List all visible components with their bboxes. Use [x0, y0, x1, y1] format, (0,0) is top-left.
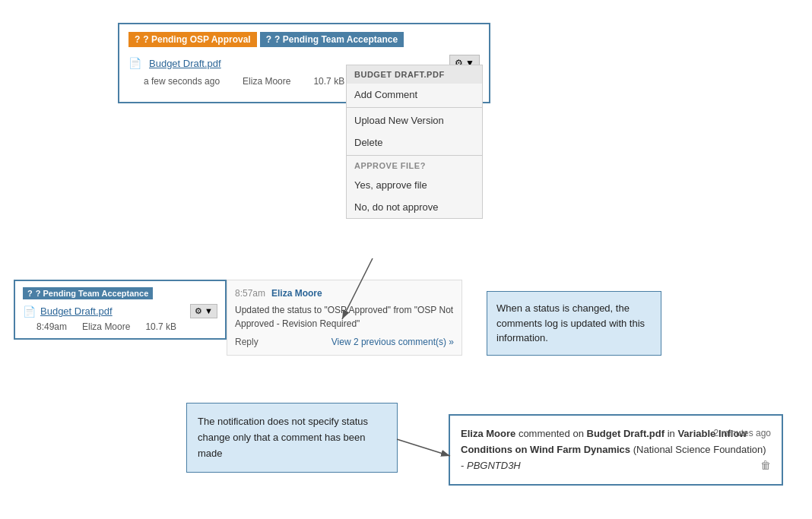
file-pdf-icon: 📄	[128, 57, 141, 69]
notification-verb: commented on	[519, 428, 584, 439]
approve-file-label: APPROVE FILE?	[347, 157, 482, 174]
no-approve-item[interactable]: No, do not approve	[347, 196, 482, 218]
notification-file: Budget Draft.pdf	[587, 428, 665, 439]
comment-reply-button[interactable]: Reply	[235, 337, 259, 347]
bottom-status-badges: ? ? Pending Team Acceptance	[23, 287, 217, 299]
top-file-name[interactable]: Budget Draft.pdf	[149, 58, 221, 69]
status-badges: ? ? Pending OSP Approval ? ? Pending Tea…	[128, 32, 480, 47]
bottom-team-badge-label: ? Pending Team Acceptance	[36, 289, 149, 298]
bottom-file-meta: 8:49am Eliza Moore 10.7 kB	[36, 321, 217, 332]
bottom-gear-button[interactable]: ⚙ ▼	[190, 304, 217, 318]
bottom-file-time: 8:49am	[36, 321, 67, 332]
comment-actions: Reply View 2 previous comment(s) »	[235, 337, 454, 347]
notification-author: Eliza Moore	[461, 428, 515, 439]
bottom-team-badge: ? ? Pending Team Acceptance	[23, 287, 153, 299]
top-file-author: Eliza Moore	[243, 76, 290, 87]
notification-preposition: in	[668, 428, 678, 439]
delete-item[interactable]: Delete	[347, 131, 482, 153]
bottom-file-author: Eliza Moore	[82, 321, 130, 332]
comment-author: Eliza Moore	[271, 288, 322, 299]
bottom-file-row: 📄 Budget Draft.pdf ⚙ ▼	[23, 304, 217, 318]
gear-dropdown-menu: BUDGET DRAFT.PDF Add Comment Upload New …	[346, 65, 483, 219]
bottom-file-size: 10.7 kB	[145, 321, 176, 332]
team-badge-label: ? Pending Team Acceptance	[274, 34, 398, 45]
yes-approve-item[interactable]: Yes, approve file	[347, 174, 482, 196]
top-file-time: a few seconds ago	[144, 76, 220, 87]
notification-box: 2 minutes ago Eliza Moore commented on B…	[449, 414, 783, 486]
info-box-text: When a status is changed, the comments l…	[496, 302, 645, 343]
callout-box-text: The notification does not specify status…	[198, 416, 368, 459]
comment-panel: 8:57am Eliza Moore Updated the status to…	[227, 280, 462, 356]
osp-badge-label: ? Pending OSP Approval	[143, 34, 250, 45]
status-change-info-box: When a status is changed, the comments l…	[487, 291, 661, 356]
comment-view-prev-button[interactable]: View 2 previous comment(s) »	[331, 337, 454, 347]
dropdown-divider-2	[347, 155, 482, 156]
svg-line-2	[397, 439, 450, 456]
notification-delete-button[interactable]: 🗑	[760, 457, 771, 473]
bottom-file-icon: 📄	[23, 305, 36, 318]
question-icon-2: ?	[266, 34, 271, 45]
comment-time: 8:57am	[235, 288, 265, 299]
question-icon: ?	[135, 34, 140, 45]
question-icon-3: ?	[27, 289, 33, 298]
comment-body: Updated the status to "OSP Approved" fro…	[235, 303, 454, 331]
notification-time: 2 minutes ago	[714, 426, 771, 441]
upload-new-version-item[interactable]: Upload New Version	[347, 109, 482, 131]
top-file-size: 10.7 kB	[313, 76, 344, 87]
bottom-left-panel: ? ? Pending Team Acceptance 📄 Budget Dra…	[14, 280, 227, 340]
add-comment-item[interactable]: Add Comment	[347, 84, 482, 106]
team-acceptance-badge: ? ? Pending Team Acceptance	[260, 32, 404, 47]
osp-approval-badge: ? ? Pending OSP Approval	[128, 32, 257, 47]
notification-code: PBGNTD3H	[467, 460, 521, 471]
notification-callout-box: The notification does not specify status…	[186, 403, 398, 473]
dropdown-divider-1	[347, 107, 482, 108]
comment-header: 8:57am Eliza Moore	[235, 288, 454, 299]
dropdown-header: BUDGET DRAFT.PDF	[347, 65, 482, 84]
bottom-file-name[interactable]: Budget Draft.pdf	[40, 305, 113, 317]
